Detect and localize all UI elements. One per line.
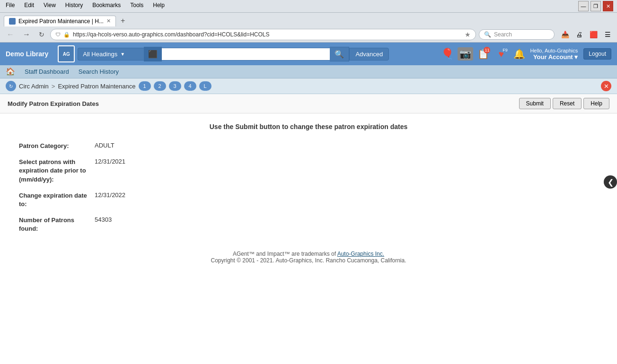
database-icon[interactable]: ⬛: [144, 47, 162, 61]
breadcrumb-bar: ↻ Circ Admin > Expired Patron Maintenanc…: [0, 78, 617, 94]
window-restore-button[interactable]: ❐: [591, 1, 601, 11]
tab-title: Expired Patron Maintenance | H...: [18, 18, 104, 25]
menu-tools[interactable]: Tools: [128, 1, 145, 11]
camera-icon[interactable]: 📷: [458, 47, 472, 61]
menu-icon[interactable]: ☰: [602, 29, 613, 40]
hello-text: Hello, Auto-Graphics: [530, 48, 578, 53]
extension-icon[interactable]: 🟥: [588, 29, 599, 40]
circ-icon: ↻: [6, 81, 16, 91]
step-l-button[interactable]: L: [199, 81, 212, 91]
logo-icon: AG: [58, 45, 75, 62]
form-table: Patron Category: ADULT Select patrons wi…: [19, 142, 598, 234]
staff-dashboard-link[interactable]: Staff Dashboard: [25, 68, 69, 75]
menu-bookmarks[interactable]: Bookmarks: [90, 1, 123, 11]
secondary-nav: 🏠 Staff Dashboard Search History: [0, 65, 617, 78]
menu-edit[interactable]: Edit: [22, 1, 36, 11]
browser-toolbar-icons: 📥 🖨 🟥 ☰: [559, 29, 613, 40]
browser-tab[interactable]: Expired Patron Maintenance | H... ✕: [4, 16, 116, 26]
search-type-select[interactable]: All Headings ▼: [78, 48, 144, 61]
forward-button[interactable]: →: [20, 29, 33, 40]
search-go-button[interactable]: 🔍: [330, 47, 349, 61]
home-icon[interactable]: 🏠: [6, 67, 15, 76]
search-label: Search: [494, 31, 512, 38]
help-button[interactable]: Help: [583, 98, 609, 109]
sidebar-toggle-button[interactable]: ❮: [604, 175, 617, 189]
patron-category-row: Patron Category: ADULT: [19, 142, 598, 150]
page-footer: AGent™ and Impact™ are trademarks of Aut…: [19, 241, 598, 273]
tab-bar: Expired Patron Maintenance | H... ✕ +: [0, 13, 617, 27]
account-chevron-icon: ▾: [574, 53, 578, 61]
back-button[interactable]: ←: [4, 29, 17, 40]
step-2-button[interactable]: 2: [154, 81, 166, 91]
form-body: Use the Submit button to change these pa…: [0, 113, 617, 364]
app-header: Demo Library AG All Headings ▼ ⬛ 🔍 Advan…: [0, 43, 617, 65]
search-icon: 🔍: [484, 31, 491, 38]
reports-icon[interactable]: 📋 11: [476, 47, 490, 61]
step-3-button[interactable]: 3: [169, 81, 181, 91]
menu-bar: File Edit View History Bookmarks Tools H…: [0, 0, 617, 13]
print-icon[interactable]: 🖨: [573, 29, 585, 40]
logout-button[interactable]: Logout: [583, 48, 611, 60]
browser-search-box[interactable]: 🔍 Search: [479, 29, 555, 40]
menu-file[interactable]: File: [4, 1, 17, 11]
search-input[interactable]: [162, 48, 330, 61]
form-header: Modify Patron Expiration Dates Submit Re…: [0, 94, 617, 113]
pocket-icon[interactable]: 📥: [559, 29, 571, 40]
url-text: https://qa-hcols-verso.auto-graphics.com…: [73, 31, 462, 38]
step-1-button[interactable]: 1: [139, 81, 151, 91]
close-breadcrumb-button[interactable]: ✕: [601, 81, 611, 91]
notifications-bell-icon[interactable]: 🔔: [512, 47, 526, 61]
notifications-badge: 11: [484, 47, 490, 53]
menu-help[interactable]: Help: [151, 1, 167, 11]
bookmark-star-icon[interactable]: ★: [465, 31, 471, 38]
change-expiration-row: Change expiration date to: 12/31/2022: [19, 191, 598, 208]
change-expiration-value: 12/31/2022: [95, 191, 125, 199]
tab-close-button[interactable]: ✕: [106, 18, 111, 24]
tab-favicon: [9, 18, 16, 25]
patron-category-value: ADULT: [95, 142, 115, 149]
step-4-button[interactable]: 4: [184, 81, 196, 91]
search-history-link[interactable]: Search History: [79, 68, 119, 75]
security-icon: 🛡: [55, 32, 61, 37]
breadcrumb-separator: >: [52, 83, 55, 90]
search-type-label: All Headings: [83, 51, 117, 58]
lock-icon: 🔒: [63, 32, 70, 38]
expiration-prior-value: 12/31/2021: [95, 158, 125, 165]
trademark-text: AGent™ and Impact™ are trademarks of: [233, 251, 337, 257]
url-bar[interactable]: 🛡 🔒 https://qa-hcols-verso.auto-graphics…: [50, 29, 476, 40]
advanced-search-button[interactable]: Advanced: [349, 48, 389, 61]
favorites-badge: F9: [502, 47, 508, 53]
new-tab-button[interactable]: +: [117, 15, 129, 27]
patrons-found-value: 54303: [95, 216, 112, 223]
balloon-icon[interactable]: 🎈: [440, 47, 454, 61]
patrons-found-row: Number of Patrons found: 54303: [19, 216, 598, 233]
patrons-found-label: Number of Patrons found:: [19, 216, 95, 233]
main-content: Modify Patron Expiration Dates Submit Re…: [0, 94, 617, 364]
library-name: Demo Library: [6, 50, 48, 58]
circ-admin-link[interactable]: Circ Admin: [19, 83, 49, 90]
window-minimize-button[interactable]: —: [578, 1, 589, 11]
address-bar: ← → ↻ 🛡 🔒 https://qa-hcols-verso.auto-gr…: [0, 27, 617, 43]
menu-history[interactable]: History: [63, 1, 85, 11]
expiration-prior-label: Select patrons with expiration date prio…: [19, 158, 95, 184]
favorites-icon[interactable]: ♥ F9: [494, 47, 508, 61]
search-bar-wrapper: AG All Headings ▼ ⬛ 🔍 Advanced: [58, 45, 389, 62]
company-link[interactable]: Auto-Graphics Inc.: [337, 251, 384, 257]
submit-button[interactable]: Submit: [519, 98, 551, 109]
header-right-icons: 🎈 📷 📋 11 ♥ F9 🔔 Hello, Auto-Graphics: [440, 47, 611, 61]
chevron-down-icon: ▼: [120, 52, 125, 57]
expiration-prior-row: Select patrons with expiration date prio…: [19, 158, 598, 184]
menu-view[interactable]: View: [42, 1, 58, 11]
form-title: Modify Patron Expiration Dates: [8, 100, 99, 107]
form-actions: Submit Reset Help: [519, 98, 609, 109]
page-content: Demo Library AG All Headings ▼ ⬛ 🔍 Advan…: [0, 43, 617, 364]
reset-button[interactable]: Reset: [553, 98, 582, 109]
user-area[interactable]: Hello, Auto-Graphics Your Account ▾: [530, 48, 578, 61]
window-close-button[interactable]: ✕: [603, 1, 613, 11]
change-expiration-label: Change expiration date to:: [19, 191, 95, 208]
form-instruction: Use the Submit button to change these pa…: [19, 123, 598, 130]
copyright-text: Copyright © 2001 - 2021. Auto-Graphics, …: [28, 257, 589, 264]
account-link[interactable]: Your Account ▾: [530, 53, 578, 61]
patron-category-label: Patron Category:: [19, 142, 95, 150]
reload-button[interactable]: ↻: [36, 30, 47, 39]
